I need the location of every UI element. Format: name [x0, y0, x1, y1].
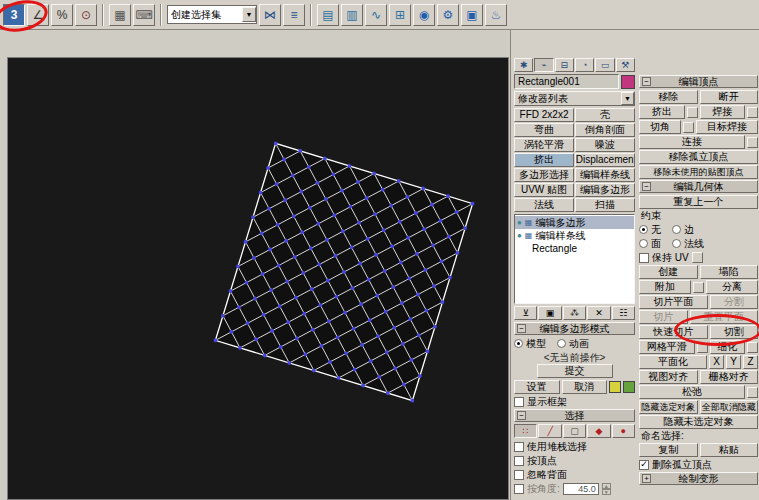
edge-mode-button[interactable]: ╱: [538, 424, 561, 438]
connect-settings-button[interactable]: [747, 137, 758, 148]
curve-editor-button[interactable]: ∿: [365, 4, 387, 26]
detach-button[interactable]: 分离: [706, 280, 758, 294]
animate-radio[interactable]: [557, 339, 566, 348]
named-selection-set-combo[interactable]: 创建选择集: [167, 5, 257, 24]
split-toggle[interactable]: 分割: [710, 295, 759, 309]
expand-icon[interactable]: [642, 474, 651, 483]
object-name-field[interactable]: Rectangle001: [514, 74, 619, 89]
stack-item-rectangle[interactable]: Rectangle: [515, 242, 634, 255]
quickslice-button[interactable]: 快速切片: [639, 325, 708, 339]
slice-plane-button[interactable]: 切片平面: [639, 295, 708, 309]
make-planar-button[interactable]: 平面化: [639, 355, 707, 369]
turbosmooth-button[interactable]: 涡轮平滑: [514, 138, 574, 152]
collapse-button[interactable]: 塌陷: [700, 265, 759, 279]
align-button[interactable]: ≡: [283, 4, 305, 26]
render-setup-button[interactable]: ⚙: [437, 4, 459, 26]
relax-settings-button[interactable]: [747, 387, 758, 398]
preserve-uv-settings-button[interactable]: [692, 252, 703, 263]
rendered-frame-button[interactable]: ▣: [461, 4, 483, 26]
schematic-view-button[interactable]: ⊞: [389, 4, 411, 26]
extrude-button[interactable]: 挤出: [639, 105, 685, 119]
tessellate-settings-button[interactable]: [747, 342, 758, 353]
edit-named-selection-button[interactable]: ▦: [109, 4, 131, 26]
modifier-list-dropdown[interactable]: 修改器列表: [514, 91, 635, 106]
tab-display[interactable]: ▭: [595, 58, 614, 72]
noise-button[interactable]: 噪波: [575, 138, 635, 152]
rollout-edit-vertices-header[interactable]: 编辑顶点: [639, 75, 758, 88]
by-angle-spinner-value[interactable]: 45.0: [563, 483, 599, 495]
edit-poly-button[interactable]: 编辑多边形: [575, 183, 635, 197]
constraint-edge-radio[interactable]: [672, 225, 681, 234]
tab-utilities[interactable]: ⚒: [616, 58, 635, 72]
connect-button[interactable]: 连接: [639, 135, 745, 149]
viewport[interactable]: [7, 57, 509, 500]
meshsmooth-button[interactable]: 网格平滑: [639, 340, 695, 354]
object-color-swatch[interactable]: [621, 75, 635, 89]
percent-snap-button[interactable]: %: [51, 4, 73, 26]
chamfer-settings-button[interactable]: [683, 122, 694, 133]
collapse-icon[interactable]: [642, 77, 651, 86]
tab-modify[interactable]: ⌁: [534, 58, 553, 72]
hide-unselected-button[interactable]: 隐藏未选定对象: [639, 415, 758, 429]
show-end-result-button[interactable]: ▣: [538, 306, 561, 320]
paste-button[interactable]: 粘贴: [700, 443, 759, 457]
chamfer-button[interactable]: 切角: [639, 120, 681, 134]
border-mode-button[interactable]: ▢: [563, 424, 586, 438]
create-button[interactable]: 创建: [639, 265, 698, 279]
uvw-map-button[interactable]: UVW 贴图: [514, 183, 574, 197]
use-stack-selection-checkbox[interactable]: [514, 442, 524, 452]
tab-create[interactable]: ✱: [514, 58, 533, 72]
constraint-face-radio[interactable]: [639, 239, 648, 248]
preview-color-chip-2[interactable]: [623, 381, 635, 393]
planar-x-button[interactable]: X: [709, 355, 724, 369]
show-frame-checkbox[interactable]: [514, 397, 524, 407]
copy-button[interactable]: 复制: [639, 443, 698, 457]
bend-button[interactable]: 弯曲: [514, 123, 574, 137]
stack-item-edit-poly[interactable]: ●▦编辑多边形: [515, 216, 634, 229]
extrude-settings-button[interactable]: [687, 107, 698, 118]
tab-hierarchy[interactable]: ⊟: [555, 58, 574, 72]
extrude-modifier-button[interactable]: 挤出: [514, 153, 574, 167]
view-align-button[interactable]: 视图对齐: [639, 370, 698, 384]
rollout-paint-deform-header[interactable]: 绘制变形: [639, 472, 758, 485]
remove-button[interactable]: 移除: [639, 90, 698, 104]
mirror-button[interactable]: ⋈: [259, 4, 281, 26]
repeat-last-button[interactable]: 重复上一个: [639, 195, 758, 209]
chevron-down-icon[interactable]: [621, 92, 634, 105]
ignore-backfacing-checkbox[interactable]: [514, 470, 524, 480]
weld-settings-button[interactable]: [747, 107, 758, 118]
angle-snap-button[interactable]: ∠: [27, 4, 49, 26]
break-button[interactable]: 断开: [700, 90, 759, 104]
preserve-uv-checkbox[interactable]: [639, 253, 649, 263]
render-production-button[interactable]: ♨: [485, 4, 507, 26]
lightbulb-icon[interactable]: ●: [517, 218, 522, 227]
delete-isolated-vertices-checkbox[interactable]: ✓: [639, 460, 649, 470]
meshsmooth-settings-button[interactable]: [697, 342, 708, 353]
constraint-normal-radio[interactable]: [672, 239, 681, 248]
normal-button[interactable]: 法线: [514, 198, 574, 212]
vertex-mode-button[interactable]: ∷: [514, 424, 537, 438]
attach-button[interactable]: 附加: [639, 280, 691, 294]
model-radio[interactable]: [514, 339, 523, 348]
hide-selected-button[interactable]: 隐藏选定对象: [639, 400, 698, 414]
rollout-selection-header[interactable]: 选择: [514, 409, 635, 422]
remove-unused-map-verts-button[interactable]: 移除未使用的贴图顶点: [639, 165, 758, 179]
collapse-icon[interactable]: [517, 411, 526, 420]
relax-button[interactable]: 松弛: [639, 385, 745, 399]
vray-displacement-button[interactable]: ayDisplacementM: [575, 153, 635, 167]
by-angle-checkbox[interactable]: [514, 484, 524, 494]
attach-settings-button[interactable]: [693, 282, 704, 293]
keyboard-override-button[interactable]: ⌨: [133, 4, 155, 26]
ffd-2x2x2-button[interactable]: FFD 2x2x2: [514, 108, 574, 122]
polygon-mode-button[interactable]: ◆: [587, 424, 610, 438]
planar-z-button[interactable]: Z: [743, 355, 758, 369]
element-mode-button[interactable]: ●: [612, 424, 635, 438]
shell-button[interactable]: 壳: [575, 108, 635, 122]
layer-manager-button[interactable]: ▤: [317, 4, 339, 26]
constraint-none-radio[interactable]: [639, 225, 648, 234]
tab-motion[interactable]: ◔: [575, 58, 594, 72]
configure-modifier-sets-button[interactable]: ☷: [612, 306, 635, 320]
preview-color-chip-1[interactable]: [609, 381, 621, 393]
spinner-snap-button[interactable]: ⊙: [75, 4, 97, 26]
edit-spline-button[interactable]: 编辑样条线: [575, 168, 635, 182]
